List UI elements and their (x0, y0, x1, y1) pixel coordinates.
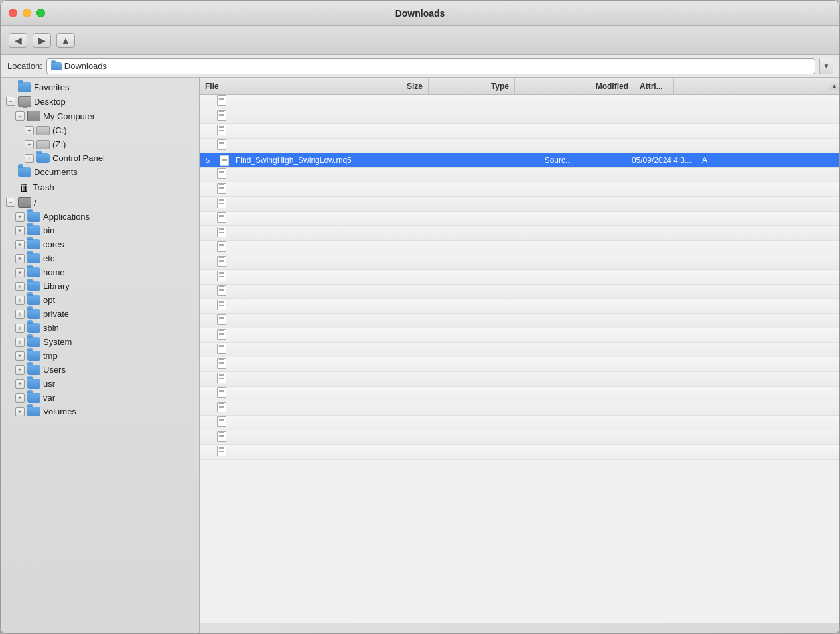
up-button[interactable]: ▲ (56, 33, 75, 48)
col-header-modified[interactable]: Modified (515, 78, 634, 94)
sidebar-label: home (43, 267, 65, 277)
expand-private-btn[interactable]: + (15, 310, 25, 319)
sidebar-label: Favorites (34, 82, 69, 92)
sidebar-label: tmp (43, 351, 58, 361)
expand-cores-btn[interactable]: + (15, 240, 25, 249)
folder-icon (18, 167, 31, 177)
file-name-cell: Find_SwingHigh_SwingLow.mq5 (216, 155, 491, 166)
expand-drive-z-btn[interactable]: + (25, 140, 34, 149)
sidebar-item-volumes[interactable]: + Volumes (1, 405, 199, 418)
sidebar-item-applications[interactable]: + Applications (1, 210, 199, 223)
empty-row (200, 387, 839, 401)
sidebar-item-cores[interactable]: + cores (1, 237, 199, 251)
col-header-file[interactable]: File (200, 78, 342, 94)
col-header-type[interactable]: Type (429, 78, 515, 94)
sidebar-label: Trash (33, 182, 54, 192)
sidebar-item-tmp[interactable]: + tmp (1, 349, 199, 363)
empty-row (200, 416, 839, 430)
empty-row (200, 168, 839, 182)
sidebar-item-favorites[interactable]: Favorites (1, 80, 199, 94)
file-name: Find_SwingHigh_SwingLow.mq5 (233, 155, 354, 166)
sidebar-label: Control Panel (52, 153, 105, 163)
sidebar-item-system[interactable]: + System (1, 335, 199, 349)
sidebar-item-etc[interactable]: + etc (1, 251, 199, 265)
horizontal-scrollbar[interactable] (200, 623, 839, 633)
expand-tmp-btn[interactable]: + (15, 351, 25, 361)
forward-button[interactable]: ▶ (33, 33, 51, 48)
empty-row (200, 285, 839, 299)
sidebar-label: System (43, 337, 72, 347)
scroll-up-button[interactable]: ▲ (829, 82, 839, 90)
sidebar-item-sbin[interactable]: + sbin (1, 321, 199, 335)
expand-drive-c-btn[interactable]: + (25, 126, 34, 135)
expand-home-btn[interactable]: + (15, 268, 25, 277)
sidebar-item-trash[interactable]: 🗑 Trash (1, 179, 199, 195)
empty-row (200, 241, 839, 255)
expand-etc-btn[interactable]: + (15, 254, 25, 263)
folder-icon (27, 337, 40, 347)
sidebar-item-private[interactable]: + private (1, 307, 199, 321)
sidebar-item-root[interactable]: − / (1, 195, 199, 210)
sidebar-label: sbin (43, 323, 59, 333)
expand-applications-btn[interactable]: + (15, 212, 25, 222)
collapse-root-btn[interactable]: − (6, 198, 15, 207)
sidebar-item-library[interactable]: + Library (1, 279, 199, 293)
sidebar-item-my-computer[interactable]: − My Computer (1, 109, 199, 123)
sidebar-item-bin[interactable]: + bin (1, 223, 199, 237)
empty-row (200, 343, 839, 357)
sidebar-item-var[interactable]: + var (1, 391, 199, 405)
col-header-size[interactable]: Size (342, 78, 429, 94)
sidebar-label: cores (43, 239, 64, 249)
expand-usr-btn[interactable]: + (15, 379, 25, 389)
sidebar-item-drive-c[interactable]: + (C:) (1, 123, 199, 137)
expand-var-btn[interactable]: + (15, 393, 25, 403)
expand-control-panel-btn[interactable]: + (25, 154, 34, 163)
collapse-desktop-btn[interactable]: − (6, 97, 15, 106)
sidebar-label: Documents (34, 167, 78, 177)
sidebar-item-home[interactable]: + home (1, 265, 199, 279)
expand-sbin-btn[interactable]: + (15, 324, 25, 333)
sidebar-label: etc (43, 253, 54, 263)
back-button[interactable]: ◀ (9, 33, 27, 48)
expand-volumes-btn[interactable]: + (15, 407, 25, 416)
folder-icon (27, 407, 40, 416)
sidebar-label: Volumes (43, 407, 76, 416)
sidebar-item-users[interactable]: + Users (1, 363, 199, 377)
sidebar-item-documents[interactable]: Documents (1, 165, 199, 179)
expand-bin-btn[interactable]: + (15, 226, 25, 235)
sidebar-item-drive-z[interactable]: + (Z:) (1, 137, 199, 151)
minimize-button[interactable] (23, 9, 31, 17)
folder-icon (27, 379, 40, 389)
root-icon (18, 197, 31, 208)
folder-icon (27, 225, 40, 235)
expand-users-btn[interactable]: + (15, 365, 25, 375)
sidebar-label: bin (43, 225, 54, 235)
expand-system-btn[interactable]: + (15, 338, 25, 347)
file-rows-container[interactable]: 5 Find_SwingHigh_SwingLow.mq5 Sourc... 0… (200, 95, 839, 623)
traffic-lights (9, 9, 45, 17)
empty-row (200, 109, 839, 124)
row-icon-empty (216, 95, 228, 107)
maximize-button[interactable] (36, 9, 45, 17)
expand-library-btn[interactable]: + (15, 282, 25, 291)
sidebar-item-usr[interactable]: + usr (1, 377, 199, 391)
close-button[interactable] (9, 9, 17, 17)
folder-icon (27, 323, 40, 333)
computer-icon (27, 111, 40, 121)
col-header-attri[interactable]: Attri... (634, 78, 674, 94)
sidebar-item-desktop[interactable]: − Desktop (1, 94, 199, 109)
file-type: Sourc... (491, 156, 577, 165)
expand-opt-btn[interactable]: + (15, 296, 25, 305)
row-number: 5 (200, 157, 216, 164)
location-dropdown-button[interactable]: ▼ (819, 58, 833, 74)
folder-icon (27, 295, 40, 305)
sidebar-item-control-panel[interactable]: + Control Panel (1, 151, 199, 165)
location-input-wrapper[interactable]: Downloads (46, 58, 815, 74)
file-panel: File Size Type Modified Attri... ▲ (200, 78, 839, 633)
sidebar-item-opt[interactable]: + opt (1, 293, 199, 307)
table-row[interactable]: 5 Find_SwingHigh_SwingLow.mq5 Sourc... 0… (200, 153, 839, 168)
folder-icon (27, 393, 40, 403)
sidebar-label: private (43, 309, 69, 319)
collapse-computer-btn[interactable]: − (15, 111, 25, 121)
folder-icon (36, 153, 50, 163)
